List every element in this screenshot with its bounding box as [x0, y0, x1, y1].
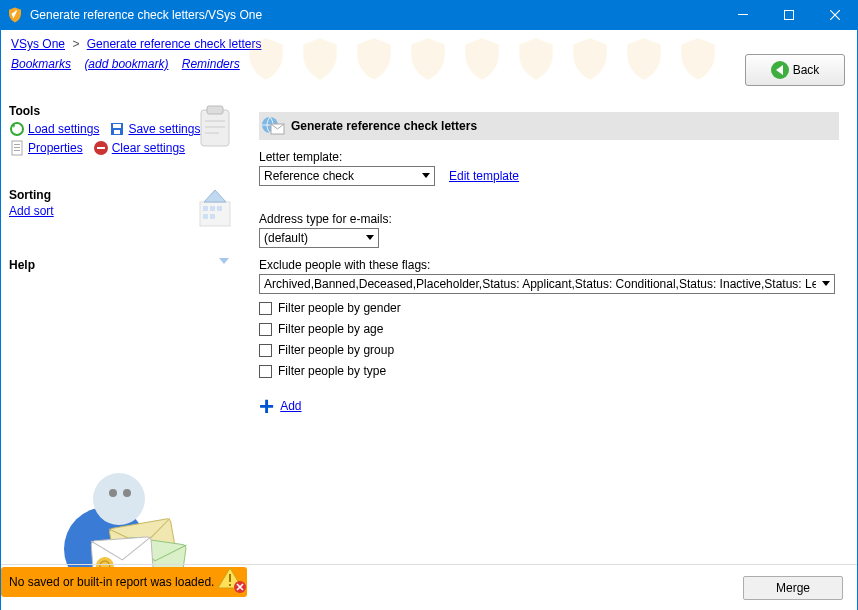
titlebar: Generate reference check letters/VSys On…	[0, 0, 858, 30]
svg-point-25	[109, 489, 117, 497]
address-type-select[interactable]: (default)	[259, 228, 379, 248]
dropdown-arrow-icon	[417, 167, 434, 185]
clear-icon	[93, 140, 109, 156]
svg-rect-5	[205, 126, 225, 128]
minimize-button[interactable]	[720, 0, 766, 30]
letter-template-select[interactable]: Reference check	[259, 166, 435, 186]
sidebar: Tools Load settings Save settings Proper…	[1, 90, 241, 564]
checkbox-icon	[259, 323, 272, 336]
add-filter-button[interactable]: + Add	[259, 398, 839, 414]
reminders-link[interactable]: Reminders	[182, 57, 240, 71]
svg-rect-22	[210, 214, 215, 219]
form-title: Generate reference check letters	[291, 119, 477, 133]
calendar-sort-icon	[196, 188, 234, 233]
svg-rect-21	[203, 214, 208, 219]
filter-type-checkbox[interactable]: Filter people by type	[259, 364, 839, 378]
warning-icon	[217, 566, 247, 597]
filter-group-checkbox[interactable]: Filter people by group	[259, 343, 839, 357]
load-settings-link[interactable]: Load settings	[9, 121, 99, 137]
close-button[interactable]	[812, 0, 858, 30]
save-settings-link[interactable]: Save settings	[109, 121, 200, 137]
toast-message: No saved or built-in report was loaded.	[9, 575, 214, 589]
filter-gender-checkbox[interactable]: Filter people by gender	[259, 301, 839, 315]
checkbox-icon	[259, 344, 272, 357]
exclude-flags-select[interactable]: Archived,Banned,Deceased,Placeholder,Sta…	[259, 274, 835, 294]
breadcrumb-current[interactable]: Generate reference check letters	[87, 37, 262, 51]
svg-rect-14	[14, 150, 20, 151]
clipboard-icon	[196, 104, 234, 153]
dropdown-arrow-icon	[817, 275, 834, 293]
filter-age-checkbox[interactable]: Filter people by age	[259, 322, 839, 336]
svg-rect-34	[229, 574, 231, 582]
breadcrumb-separator: >	[72, 37, 79, 51]
globe-mail-icon	[259, 114, 287, 138]
svg-rect-18	[203, 206, 208, 211]
form-header: Generate reference check letters	[259, 112, 839, 140]
checkbox-icon	[259, 302, 272, 315]
svg-rect-35	[229, 584, 231, 586]
svg-rect-9	[113, 124, 121, 128]
document-icon	[9, 140, 25, 156]
exclude-flags-label: Exclude people with these flags:	[259, 258, 839, 272]
svg-point-24	[93, 473, 145, 525]
svg-rect-1	[785, 11, 794, 20]
back-label: Back	[793, 63, 820, 77]
dropdown-arrow-icon	[361, 229, 378, 247]
svg-rect-20	[217, 206, 222, 211]
svg-rect-0	[738, 14, 748, 15]
svg-point-26	[123, 489, 131, 497]
maximize-button[interactable]	[766, 0, 812, 30]
app-icon	[6, 6, 24, 24]
merge-button[interactable]: Merge	[743, 576, 843, 600]
breadcrumb-root[interactable]: VSys One	[11, 37, 65, 51]
status-toast: No saved or built-in report was loaded.	[1, 567, 247, 597]
back-arrow-icon	[771, 61, 789, 79]
refresh-icon	[9, 121, 25, 137]
svg-rect-3	[207, 106, 223, 114]
address-type-label: Address type for e-mails:	[259, 212, 839, 226]
properties-link[interactable]: Properties	[9, 140, 83, 156]
edit-template-link[interactable]: Edit template	[449, 169, 519, 183]
window-title: Generate reference check letters/VSys On…	[30, 8, 720, 22]
letter-template-label: Letter template:	[259, 150, 839, 164]
chevron-down-icon[interactable]	[217, 254, 231, 271]
plus-icon: +	[259, 398, 274, 414]
svg-rect-19	[210, 206, 215, 211]
client-area: VSys One > Generate reference check lett…	[1, 30, 857, 610]
add-bookmark-link[interactable]: (add bookmark)	[84, 57, 168, 71]
svg-rect-6	[205, 132, 219, 134]
clear-settings-link[interactable]: Clear settings	[93, 140, 185, 156]
svg-rect-4	[205, 120, 225, 122]
svg-rect-12	[14, 144, 20, 145]
checkbox-icon	[259, 365, 272, 378]
add-sort-link[interactable]: Add sort	[9, 204, 54, 218]
svg-rect-16	[97, 147, 105, 149]
back-button[interactable]: Back	[745, 54, 845, 86]
main-panel: Generate reference check letters Letter …	[241, 90, 857, 564]
svg-rect-10	[114, 130, 120, 134]
bookmarks-link[interactable]: Bookmarks	[11, 57, 71, 71]
save-icon	[109, 121, 125, 137]
svg-rect-13	[14, 147, 20, 148]
help-heading: Help	[9, 258, 233, 272]
window-controls	[720, 0, 858, 30]
